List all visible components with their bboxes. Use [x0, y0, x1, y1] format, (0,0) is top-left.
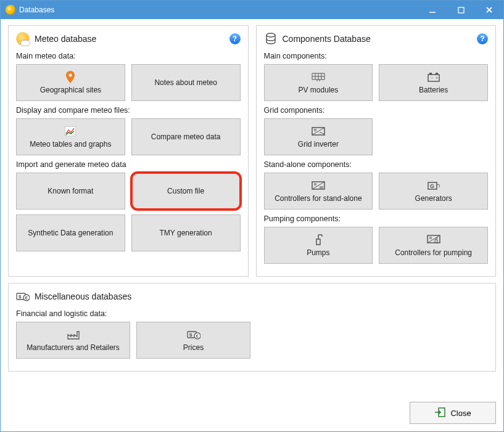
- generator-icon: G: [428, 179, 440, 192]
- batteries-button[interactable]: −+ Batteries: [379, 64, 488, 101]
- svg-rect-15: [429, 73, 432, 75]
- app-icon: [6, 5, 15, 15]
- tmy-generation-button[interactable]: TMY generation: [131, 214, 241, 251]
- misc-title: Miscellaneous databases: [35, 291, 488, 301]
- databases-window: Databases Meteo database ? Main m: [0, 0, 504, 432]
- close-window-button[interactable]: [475, 1, 503, 19]
- svg-rect-1: [458, 7, 464, 13]
- svg-text:$: $: [19, 294, 22, 300]
- window-title: Databases: [19, 6, 418, 14]
- custom-file-button[interactable]: Custom file: [131, 173, 241, 210]
- comp-sec2-label: Grid components:: [264, 106, 489, 115]
- svg-point-6: [266, 33, 275, 37]
- generators-button[interactable]: G Generators: [379, 173, 488, 210]
- tile-label: Pumps: [307, 248, 329, 257]
- svg-rect-31: [316, 239, 320, 245]
- meteo-panel: Meteo database ? Main meteo data: Geogra…: [8, 25, 249, 277]
- svg-point-4: [69, 74, 72, 77]
- controller-icon: [312, 179, 325, 192]
- sun-icon: [16, 32, 30, 46]
- svg-text:G: G: [430, 183, 434, 189]
- tile-label: Compare meteo data: [151, 132, 221, 141]
- notes-meteo-button[interactable]: Notes about meteo: [131, 64, 241, 101]
- tile-label: Controllers for pumping: [395, 248, 472, 257]
- components-panel: Components Database ? Main components: P…: [256, 25, 497, 277]
- tile-label: Synthetic Data generation: [28, 229, 113, 237]
- close-label: Close: [450, 409, 471, 418]
- close-button[interactable]: Close: [410, 402, 496, 424]
- comp-sec1-label: Main components:: [264, 52, 489, 60]
- misc-panel: $€ Miscellaneous databases Financial and…: [8, 283, 496, 372]
- tile-label: Grid inverter: [298, 140, 339, 149]
- maximize-button[interactable]: [447, 1, 475, 19]
- chart-icon: [65, 125, 76, 137]
- exit-icon: [434, 407, 445, 419]
- pv-modules-button[interactable]: PV modules: [264, 64, 373, 101]
- synthetic-data-button[interactable]: Synthetic Data generation: [16, 214, 125, 251]
- tile-label: Prices: [183, 343, 204, 352]
- pump-icon: [313, 234, 324, 246]
- comp-sec4-label: Pumping components:: [264, 214, 489, 223]
- solar-panel-icon: [312, 71, 325, 83]
- geographical-sites-button[interactable]: Geographical sites: [16, 64, 125, 101]
- svg-text:€: €: [196, 333, 199, 339]
- factory-icon: [67, 328, 80, 341]
- svg-text:−: −: [431, 76, 433, 80]
- help-icon[interactable]: ?: [477, 33, 488, 44]
- prices-button[interactable]: $€ Prices: [136, 322, 250, 359]
- tile-label: Controllers for stand-alone: [275, 194, 361, 203]
- svg-line-36: [428, 235, 440, 243]
- svg-text:$: $: [189, 332, 192, 338]
- pumps-button[interactable]: Pumps: [264, 227, 373, 264]
- prices-icon: $€: [187, 328, 200, 341]
- battery-icon: −+: [428, 71, 440, 83]
- grid-inverter-button[interactable]: Grid inverter: [264, 118, 373, 155]
- controllers-pumping-button[interactable]: Controllers for pumping: [379, 227, 488, 264]
- titlebar: Databases: [1, 1, 503, 19]
- tile-label: Known format: [48, 187, 93, 195]
- svg-rect-16: [436, 73, 438, 75]
- tile-label: TMY generation: [160, 229, 212, 237]
- meteo-sec2-label: Display and compare meteo files:: [16, 106, 241, 115]
- tile-label: Generators: [415, 194, 452, 203]
- meteo-sec1-label: Main meteo data:: [16, 52, 241, 60]
- svg-text:+: +: [436, 76, 438, 80]
- database-icon: [264, 32, 278, 46]
- tile-label: Manufacturers and Retailers: [27, 343, 120, 352]
- tile-label: PV modules: [299, 86, 339, 94]
- window-controls: [418, 1, 503, 19]
- compare-meteo-button[interactable]: Compare meteo data: [131, 118, 241, 155]
- meteo-sec3-label: Import and generate meteo data: [16, 160, 241, 169]
- components-title: Components Database: [283, 34, 473, 44]
- help-icon[interactable]: ?: [229, 33, 241, 44]
- money-icon: $€: [16, 290, 30, 303]
- content-area: Meteo database ? Main meteo data: Geogra…: [1, 19, 503, 402]
- meteo-title: Meteo database: [35, 34, 225, 44]
- minimize-button[interactable]: [418, 1, 447, 19]
- svg-text:€: €: [25, 295, 28, 301]
- meteo-tables-button[interactable]: Meteo tables and graphs: [16, 118, 125, 155]
- controllers-standalone-button[interactable]: Controllers for stand-alone: [264, 173, 373, 210]
- manufacturers-button[interactable]: Manufacturers and Retailers: [16, 322, 130, 359]
- pump-controller-icon: [427, 234, 440, 246]
- tile-label: Notes about meteo: [154, 78, 217, 87]
- tile-label: Batteries: [419, 86, 448, 94]
- misc-sec1-label: Financial and logistic data:: [16, 309, 488, 318]
- inverter-icon: [312, 125, 325, 137]
- comp-sec3-label: Stand-alone components:: [264, 160, 489, 169]
- tile-label: Geographical sites: [40, 86, 101, 94]
- map-pin-icon: [65, 71, 75, 83]
- tile-label: Custom file: [167, 187, 204, 195]
- footer: Close: [1, 402, 503, 431]
- known-format-button[interactable]: Known format: [16, 173, 125, 210]
- tile-label: Meteo tables and graphs: [30, 140, 111, 149]
